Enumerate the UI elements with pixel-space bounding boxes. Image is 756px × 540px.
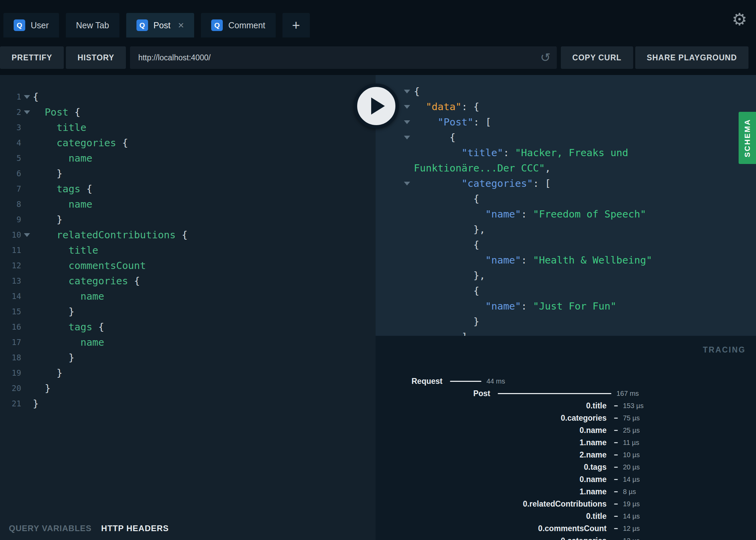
- fold-toggle-icon[interactable]: [21, 105, 33, 120]
- trace-time: 167 ms: [616, 390, 639, 397]
- trace-row: 0.relatedContributions19 µs: [376, 498, 756, 510]
- tab-post[interactable]: QPost×: [126, 13, 194, 38]
- prettify-button[interactable]: PRETTIFY: [0, 46, 64, 69]
- trace-row: 0.commentsCount12 µs: [376, 522, 756, 535]
- line-number: 15: [0, 304, 21, 319]
- line-number: 17: [0, 335, 21, 350]
- trace-time: 14 µs: [623, 512, 640, 520]
- editor-line: 21}: [0, 396, 376, 411]
- fold-toggle-icon[interactable]: [21, 89, 33, 105]
- trace-duration-bar: [498, 393, 611, 394]
- fold-toggle-icon[interactable]: [400, 115, 414, 130]
- settings-gear-icon[interactable]: ⚙: [732, 11, 747, 28]
- trace-label: 0.name: [376, 426, 607, 435]
- code-text: Post {: [33, 105, 81, 120]
- editor-line: 15}: [0, 304, 376, 319]
- code-text: {: [414, 130, 455, 145]
- query-badge-icon: Q: [211, 19, 223, 31]
- line-number: 10: [0, 227, 21, 243]
- tab-bar: QUserNew TabQPost×QComment +: [3, 13, 715, 38]
- schema-button[interactable]: SCHEMA: [739, 112, 756, 164]
- code-text: "categories": [: [414, 176, 551, 191]
- trace-dash: [614, 430, 618, 431]
- code-text: "data": {: [414, 99, 479, 115]
- tracing-panel[interactable]: TRACING Request44 msPost167 ms0.title153…: [376, 336, 756, 540]
- fold-gutter: [21, 365, 33, 381]
- fold-gutter: [21, 350, 33, 365]
- fold-gutter: [21, 335, 33, 350]
- trace-time: 11 µs: [623, 439, 639, 447]
- copy-curl-button[interactable]: COPY CURL: [561, 46, 633, 69]
- editor-line: 3title: [0, 120, 376, 135]
- http-headers-toggle[interactable]: HTTP HEADERS: [101, 524, 169, 533]
- trace-row: 0.name25 µs: [376, 424, 756, 436]
- share-playground-button[interactable]: SHARE PLAYGROUND: [635, 46, 748, 69]
- fold-toggle-icon[interactable]: [400, 130, 414, 145]
- trace-label: 1.name: [376, 438, 607, 447]
- editor-line: 17name: [0, 335, 376, 350]
- fold-toggle-icon[interactable]: [21, 227, 33, 243]
- trace-duration-bar: [450, 381, 481, 382]
- execute-play-button[interactable]: [354, 84, 399, 129]
- code-text: }: [33, 381, 50, 396]
- response-viewer[interactable]: {"data": {"Post": [{"title": "Hacker, Fr…: [376, 75, 756, 336]
- code-text: }: [33, 396, 39, 411]
- fold-gutter: [21, 243, 33, 258]
- fold-gutter: [400, 237, 414, 253]
- fold-toggle-icon[interactable]: [400, 176, 414, 191]
- fold-gutter: [21, 197, 33, 212]
- trace-label: 0.name: [376, 475, 607, 484]
- trace-label: 0.categories: [376, 414, 607, 423]
- endpoint-input[interactable]: [137, 53, 540, 63]
- tab-new-tab[interactable]: New Tab: [66, 13, 119, 38]
- code-text: name: [33, 289, 104, 304]
- trace-time: 25 µs: [623, 426, 640, 434]
- editor-line: 12commentsCount: [0, 258, 376, 273]
- trace-row: Post167 ms: [376, 387, 756, 400]
- editor-line: 4categories {: [0, 135, 376, 151]
- fold-gutter: [400, 207, 414, 222]
- response-line: "categories": [: [376, 176, 756, 191]
- trace-time: 153 µs: [623, 402, 643, 410]
- trace-label: 0.tags: [376, 463, 607, 472]
- line-number: 2: [0, 105, 21, 120]
- tab-comment[interactable]: QComment: [201, 13, 275, 38]
- response-line: "name": "Health & Wellbeing": [376, 253, 756, 268]
- fold-gutter: [21, 258, 33, 273]
- code-text: }: [414, 314, 479, 329]
- add-tab-button[interactable]: +: [282, 13, 310, 38]
- code-text: "Post": [: [414, 115, 491, 130]
- fold-gutter: [21, 151, 33, 166]
- reload-icon[interactable]: ↺: [540, 51, 550, 64]
- fold-gutter: [21, 289, 33, 304]
- fold-gutter: [400, 299, 414, 314]
- fold-toggle-icon[interactable]: [400, 99, 414, 115]
- code-text: name: [33, 197, 92, 212]
- tab-user[interactable]: QUser: [3, 13, 59, 38]
- close-tab-icon[interactable]: ×: [178, 20, 184, 30]
- query-editor[interactable]: 1{2Post {3title4categories {5name6}7tags…: [0, 75, 376, 540]
- fold-toggle-icon[interactable]: [400, 84, 414, 99]
- query-badge-icon: Q: [136, 19, 148, 31]
- code-text: "title": "Hacker, Freaks und: [414, 145, 628, 161]
- line-number: 11: [0, 243, 21, 258]
- trace-time: 20 µs: [623, 463, 640, 471]
- response-line: }: [376, 314, 756, 329]
- fold-gutter: [400, 191, 414, 207]
- trace-dash: [614, 479, 618, 480]
- trace-dash: [614, 504, 618, 505]
- query-variables-toggle[interactable]: QUERY VARIABLES: [9, 524, 92, 533]
- editor-line: 8name: [0, 197, 376, 212]
- trace-label: 0.categories: [376, 536, 607, 540]
- code-text: }: [33, 166, 62, 181]
- code-text: {: [414, 237, 479, 253]
- editor-line: 6}: [0, 166, 376, 181]
- history-button[interactable]: HISTORY: [66, 46, 126, 69]
- trace-time: 10 µs: [623, 451, 640, 459]
- trace-row: 0.categories75 µs: [376, 412, 756, 424]
- tab-label: User: [31, 20, 49, 30]
- plus-icon: +: [292, 18, 300, 33]
- line-number: 18: [0, 350, 21, 365]
- code-text: Funktionäre...Der CCC",: [414, 161, 551, 176]
- line-number: 8: [0, 197, 21, 212]
